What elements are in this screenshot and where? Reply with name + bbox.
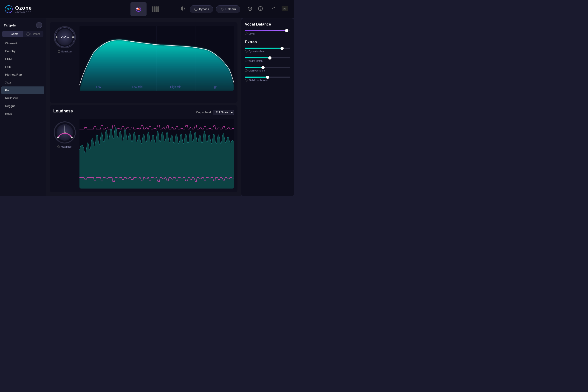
stabilizer-amount-track[interactable] [245, 76, 290, 78]
dynamics-match-track[interactable] [245, 48, 290, 49]
level-label: i Level [245, 32, 290, 35]
info-icon-width: i [245, 60, 248, 62]
output-select-area: Output level: Full Scale -14 LUFS -16 LU… [196, 110, 234, 115]
clarity-amount-slider-row: i Clarity Amount [245, 67, 290, 72]
dynamics-match-thumb[interactable] [280, 47, 284, 50]
equalizer-label: i Equalizer [58, 50, 72, 53]
output-level-select[interactable]: Full Scale -14 LUFS -16 LUFS -23 LUFS [213, 110, 234, 115]
bypass-button[interactable]: Bypass [190, 5, 213, 13]
header-divider2 [267, 6, 267, 13]
svg-point-4 [136, 8, 138, 9]
loudness-title: Loudness [53, 109, 73, 114]
logo-text: Ozone ADVANCED [15, 5, 32, 13]
svg-rect-7 [156, 6, 158, 12]
genre-list: Cinematic Country EDM Folk Hip-hop/Rap J… [0, 40, 46, 118]
right-panel: Vocal Balance i Level Extras [241, 18, 294, 196]
genre-list-icon [7, 33, 10, 36]
help-button[interactable]: ? [257, 4, 264, 14]
genre-country[interactable]: Country [1, 47, 44, 55]
svg-text:High-Mid: High-Mid [170, 85, 182, 89]
svg-point-29 [72, 36, 74, 38]
stabilizer-amount-thumb[interactable] [266, 76, 269, 79]
ni-logo: NI [282, 6, 288, 11]
tuner-btn[interactable] [179, 4, 187, 14]
vocal-balance-thumb[interactable] [285, 29, 288, 32]
svg-rect-9 [181, 7, 182, 10]
relearn-button[interactable]: Relearn [216, 5, 240, 13]
svg-text:i: i [59, 51, 59, 53]
genre-reggae[interactable]: Reggae [1, 102, 44, 110]
clarity-amount-track[interactable] [245, 67, 290, 68]
svg-point-42 [57, 136, 59, 138]
clarity-amount-thumb[interactable] [261, 66, 265, 69]
native-instruments-btn[interactable]: NI [280, 5, 289, 13]
gear-icon [247, 6, 252, 11]
info-icon-equalizer: i [58, 50, 60, 53]
content-area: i Equalizer [46, 18, 241, 196]
vocal-balance-track[interactable] [245, 30, 290, 31]
app-name: Ozone [15, 5, 32, 11]
sidebar-tab-custom[interactable]: Custom [23, 31, 44, 37]
main-layout: Targets + Genre Custom [0, 18, 294, 196]
maximizer-knob[interactable] [53, 121, 76, 144]
header-nav [131, 2, 164, 16]
sidebar: Targets + Genre Custom [0, 18, 46, 196]
settings-button[interactable] [246, 4, 254, 14]
loudness-header: Loudness Output level: Full Scale -14 LU… [53, 109, 234, 116]
vocal-balance-slider-row: i Level [245, 30, 290, 35]
relearn-icon [220, 7, 224, 11]
share-icon [271, 6, 276, 11]
sidebar-header: Targets + [0, 22, 46, 31]
header-tab-modules[interactable] [148, 2, 164, 16]
header-right: Bypass Relearn ? [179, 4, 289, 14]
sidebar-tabs: Genre Custom [2, 31, 43, 37]
svg-text:NI: NI [283, 7, 286, 10]
equalizer-knob[interactable] [53, 26, 76, 49]
svg-text:i: i [246, 60, 246, 62]
genre-rock[interactable]: Rock [1, 110, 44, 118]
info-icon-maximizer: i [57, 145, 60, 148]
genre-rnbsoul[interactable]: RnB/Soul [1, 94, 44, 102]
svg-text:?: ? [260, 7, 261, 10]
width-match-thumb[interactable] [268, 56, 271, 60]
header-divider [243, 6, 243, 13]
genre-hiphop[interactable]: Hip-hop/Rap [1, 71, 44, 78]
extras-title: Extras [245, 40, 290, 44]
dynamics-match-slider-row: i Dynamics Match [245, 48, 290, 53]
info-icon-clarity: i [245, 69, 248, 72]
maximizer-label: i Maximizer [57, 145, 72, 148]
arrow-icon-btn[interactable] [270, 5, 277, 13]
vocal-balance-title: Vocal Balance [245, 22, 290, 27]
width-match-track[interactable] [245, 57, 290, 58]
genre-cinematic[interactable]: Cinematic [1, 40, 44, 47]
svg-text:Low: Low [96, 85, 101, 89]
info-icon-level: i [245, 32, 248, 35]
tonal-balance-inner: i Equalizer [53, 26, 234, 91]
vocal-balance-fill [245, 30, 287, 31]
custom-add-icon [26, 32, 30, 36]
svg-text:i: i [246, 80, 246, 82]
genre-jazz[interactable]: Jazz [1, 79, 44, 86]
genre-edm[interactable]: EDM [1, 55, 44, 63]
svg-point-14 [249, 8, 251, 10]
header-tab-main[interactable] [131, 2, 147, 16]
width-match-label: i Width Match [245, 60, 290, 62]
dynamics-match-label: i Dynamics Match [245, 50, 290, 53]
genre-pop[interactable]: Pop [1, 86, 44, 94]
svg-rect-8 [158, 6, 159, 12]
add-target-button[interactable]: + [36, 22, 42, 28]
logo-icon [4, 5, 13, 13]
width-match-slider-row: i Width Match [245, 57, 290, 62]
svg-point-43 [71, 136, 73, 138]
svg-rect-6 [154, 6, 156, 12]
bypass-icon [194, 7, 198, 11]
app-subtitle: ADVANCED [15, 11, 32, 13]
dynamics-match-fill [245, 48, 282, 49]
logo: Ozone ADVANCED [4, 5, 32, 13]
tonal-balance-panel: i Equalizer [50, 22, 237, 103]
info-icon-dynamics: i [245, 50, 248, 53]
svg-point-28 [56, 36, 57, 38]
sidebar-tab-genre[interactable]: Genre [2, 31, 23, 37]
genre-folk[interactable]: Folk [1, 63, 44, 70]
stabilizer-amount-fill [245, 76, 268, 78]
